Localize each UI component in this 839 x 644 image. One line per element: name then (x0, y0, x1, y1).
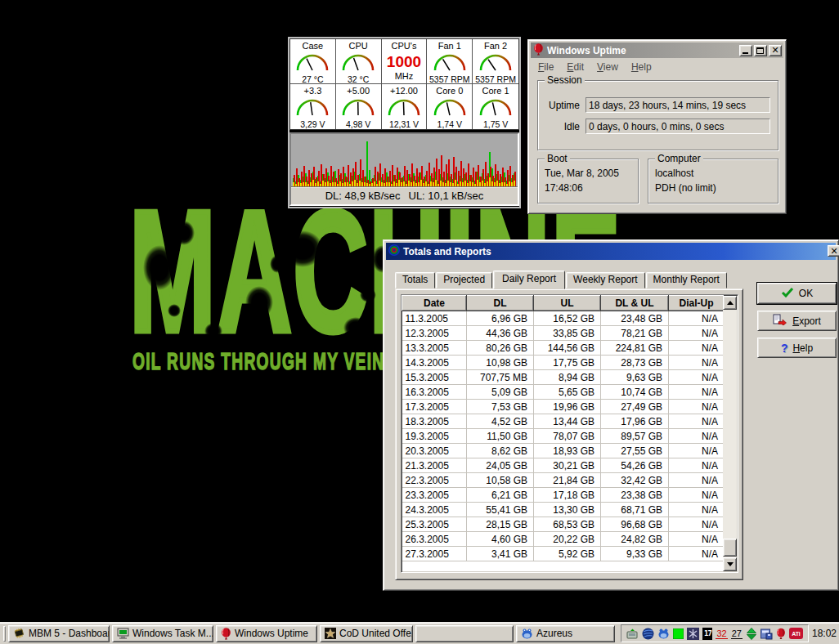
mixed-bar (413, 181, 415, 186)
scroll-up-button[interactable] (723, 296, 737, 310)
table-row[interactable]: 27.3.20053,41 GB5,92 GB9,33 GBN/A (402, 547, 725, 561)
tab-daily-report[interactable]: Daily Report (493, 271, 565, 289)
download-rate: DL: 48,9 kB/sec (325, 190, 401, 202)
computer-name: localhost (655, 168, 693, 179)
table-row[interactable]: 17.3.20057,53 GB19,96 GB27,49 GBN/A (402, 400, 725, 414)
column-header-date[interactable]: Date (402, 296, 467, 311)
table-row[interactable]: 15.3.2005707,75 MB8,94 GB9,63 GBN/A (402, 370, 725, 385)
tab-monthly-report[interactable]: Monthly Report (646, 272, 727, 288)
green-status-icon[interactable] (673, 628, 684, 639)
taskbar-button-mbm-5-dashboard[interactable]: MBM 5 - Dashboard (8, 625, 110, 642)
cpu-temp-tray[interactable]: 32 (716, 628, 727, 639)
maximize-button[interactable] (754, 45, 767, 56)
mixed-bar (425, 181, 427, 186)
gauge-dial (431, 51, 469, 74)
menu-help[interactable]: Help (625, 60, 658, 74)
minimize-button[interactable] (739, 45, 752, 56)
menu-file[interactable]: File (532, 60, 560, 74)
cell-date: 15.3.2005 (402, 370, 467, 385)
mixed-bar (312, 180, 314, 186)
grunge-splotch (343, 317, 368, 338)
uptime-tray-icon[interactable] (776, 628, 786, 640)
table-row[interactable]: 14.3.200510,98 GB17,75 GB28,73 GBN/A (402, 356, 725, 370)
utility-icon[interactable] (687, 628, 699, 640)
disk-utility-icon[interactable] (760, 628, 773, 640)
cell-value: N/A (669, 532, 725, 547)
taskbar-button-azureus[interactable]: Azureus (516, 625, 615, 642)
taskbar-button-label: Windows Task M... (132, 628, 213, 639)
vertical-scrollbar[interactable] (723, 296, 737, 571)
close-button[interactable]: ✕ (769, 45, 782, 56)
cell-value: 10,98 GB (467, 356, 534, 370)
taskbar-button-cod-united-offe[interactable]: CoD United Offe... (320, 625, 413, 642)
menu-view[interactable]: View (590, 60, 625, 74)
table-row[interactable]: 11.3.20056,96 GB16,52 GB23,48 GBN/A (402, 311, 725, 326)
uptime-window: Windows Uptime ✕ FileEditViewHelp Sessio… (527, 39, 787, 214)
taskbar-button-blank[interactable] (415, 625, 514, 642)
idle-value-field[interactable]: 0 days, 0 hours, 0 mins, 0 secs (586, 119, 770, 134)
totals-titlebar[interactable]: Totals and Reports (386, 243, 836, 260)
taskbar-button-windows-uptime[interactable]: Windows Uptime (216, 625, 317, 642)
ati-tray-icon[interactable]: ATi (789, 628, 803, 639)
table-row[interactable]: 12.3.200544,36 GB33,85 GB78,21 GBN/A (402, 326, 725, 341)
table-row[interactable]: 18.3.20054,52 GB13,44 GB17,96 GBN/A (402, 414, 725, 429)
tab-projected[interactable]: Projected (436, 272, 492, 288)
table-row[interactable]: 26.3.20054,60 GB20,22 GB24,82 GBN/A (402, 532, 725, 547)
cell-value: 5,92 GB (534, 547, 601, 561)
updown-arrows-icon[interactable] (746, 628, 757, 640)
scrollbar-thumb[interactable] (723, 539, 737, 557)
cell-date: 20.3.2005 (402, 444, 467, 458)
mixed-bar (398, 180, 400, 186)
cell-value: 78,07 GB (534, 429, 601, 444)
table-row[interactable]: 16.3.20055,09 GB5,65 GB10,74 GBN/A (402, 385, 725, 400)
tab-weekly-report[interactable]: Weekly Report (566, 272, 644, 288)
case-temp-tray[interactable]: 27 (731, 628, 743, 639)
mixed-bar (408, 181, 410, 186)
table-row[interactable]: 23.3.20056,21 GB17,18 GB23,38 GBN/A (402, 488, 725, 503)
taskbar-grip[interactable] (3, 626, 6, 642)
removable-device-icon[interactable] (626, 628, 639, 640)
table-row[interactable]: 19.3.200511,50 GB78,07 GB89,57 GBN/A (402, 429, 725, 444)
table-row[interactable]: 25.3.200528,15 GB68,53 GB96,68 GBN/A (402, 517, 725, 532)
ok-button[interactable]: OK (757, 283, 837, 304)
mixed-bar (403, 181, 405, 186)
column-header-dial-up[interactable]: Dial-Up (669, 296, 725, 311)
menu-edit[interactable]: Edit (560, 60, 590, 74)
mixed-bar (349, 184, 351, 186)
table-row[interactable]: 24.3.200555,41 GB13,30 GB68,71 GBN/A (402, 503, 725, 517)
mixed-bar (357, 183, 358, 186)
column-header-dl[interactable]: DL (467, 296, 534, 311)
tab-totals[interactable]: Totals (395, 272, 435, 288)
table-row[interactable]: 13.3.200580,26 GB144,56 GB224,81 GBN/A (402, 341, 725, 356)
column-header-ul[interactable]: UL (534, 296, 601, 311)
uptime-value-field[interactable]: 18 days, 23 hours, 14 mins, 19 secs (586, 97, 770, 113)
globe-icon[interactable] (642, 628, 654, 640)
scroll-down-button[interactable] (723, 557, 737, 571)
table-row[interactable]: 22.3.200510,58 GB21,84 GB32,42 GBN/A (402, 473, 725, 488)
taskbar-button-windows-task-m[interactable]: Windows Task M... (112, 625, 213, 642)
export-button[interactable]: Export (757, 311, 837, 331)
mixed-bar (327, 181, 329, 186)
cell-date: 26.3.2005 (402, 532, 467, 547)
gauge-reading: 3,29 V (300, 119, 325, 130)
mixed-bar (376, 184, 378, 186)
gauge-title: +12.00 (390, 85, 418, 96)
azureus-tray-icon[interactable] (657, 628, 670, 639)
close-button[interactable]: ✕ (828, 245, 839, 257)
target-icon (388, 244, 400, 258)
cell-value: 24,82 GB (601, 532, 669, 547)
uptime-titlebar[interactable]: Windows Uptime ✕ (531, 42, 783, 58)
cell-value: 28,15 GB (467, 517, 534, 532)
cell-value: 19,96 GB (534, 400, 601, 414)
black-glyph-icon[interactable]: 17 (702, 628, 712, 640)
mixed-bar (420, 180, 422, 186)
cell-value: 23,48 GB (601, 311, 669, 326)
column-header-dl-ul[interactable]: DL & UL (601, 296, 669, 311)
grunge-splotch (270, 255, 285, 273)
cell-value: N/A (669, 429, 725, 444)
help-button[interactable]: ?Help (757, 338, 837, 358)
table-row[interactable]: 21.3.200524,05 GB30,21 GB54,26 GBN/A (402, 458, 725, 473)
cell-value: N/A (669, 311, 725, 326)
table-row[interactable]: 20.3.20058,62 GB18,93 GB27,55 GBN/A (402, 444, 725, 458)
frog-icon (521, 628, 533, 639)
